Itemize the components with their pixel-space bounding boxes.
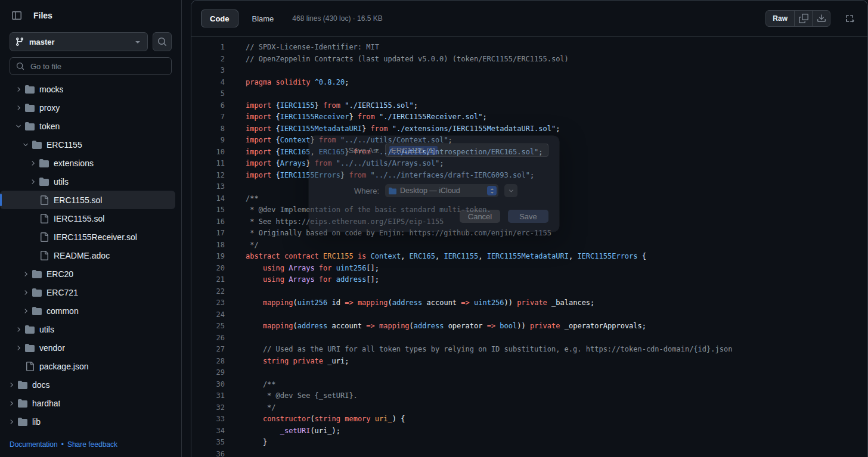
dialog-buttons: Cancel Save [460, 210, 548, 223]
tree-file-package-json[interactable]: package.json [0, 357, 175, 375]
tree-file-erc1155-sol[interactable]: ERC1155.sol [0, 191, 175, 209]
code-line: 34 _setURI(uri_); [191, 425, 867, 437]
line-number[interactable]: 15 [191, 204, 225, 216]
tree-item-label: hardhat [32, 399, 60, 408]
tree-folder-vendor[interactable]: vendor [0, 338, 175, 357]
line-number[interactable]: 10 [191, 147, 225, 158]
tree-folder-token[interactable]: token [0, 117, 175, 135]
chevron-right-icon [13, 85, 24, 94]
tree-item-label: docs [32, 380, 50, 390]
line-number[interactable]: 31 [191, 390, 225, 402]
tree-file-ierc1155-sol[interactable]: IERC1155.sol [0, 209, 175, 228]
folder-icon [18, 380, 27, 390]
line-number[interactable]: 17 [191, 228, 225, 240]
line-content: import {IERC1155MetadataURI} from "./ext… [225, 123, 560, 135]
search-button[interactable] [153, 32, 172, 51]
line-number[interactable]: 9 [191, 135, 225, 147]
line-number[interactable]: 5 [191, 88, 225, 100]
where-popup[interactable]: Desktop — iCloud [385, 184, 498, 197]
line-number[interactable]: 20 [191, 263, 225, 275]
tree-folder-erc20[interactable]: ERC20 [0, 265, 175, 283]
disclosure-button[interactable] [504, 184, 517, 197]
tree-folder-erc721[interactable]: ERC721 [0, 283, 175, 301]
line-number[interactable]: 8 [191, 123, 225, 135]
line-number[interactable]: 23 [191, 297, 225, 309]
tree-folder-proxy[interactable]: proxy [0, 98, 175, 117]
tree-item-label: ERC721 [46, 288, 78, 297]
tree-file-readme-adoc[interactable]: README.adoc [0, 246, 175, 265]
chevron-right-icon [27, 177, 38, 186]
line-number[interactable]: 11 [191, 158, 225, 170]
line-number[interactable]: 22 [191, 286, 225, 298]
code-line: 32 */ [191, 402, 867, 414]
code-line: 28 string private _uri; [191, 356, 867, 368]
line-number[interactable]: 32 [191, 402, 225, 414]
tab-blame[interactable]: Blame [243, 10, 283, 27]
line-number[interactable]: 7 [191, 111, 225, 123]
cancel-button[interactable]: Cancel [460, 210, 500, 223]
line-number[interactable]: 33 [191, 414, 225, 425]
share-feedback-link[interactable]: Share feedback [67, 440, 117, 449]
line-number[interactable]: 24 [191, 309, 225, 321]
code-line: 1// SPDX-License-Identifier: MIT [191, 42, 867, 54]
download-button[interactable] [812, 11, 830, 26]
line-number[interactable]: 16 [191, 216, 225, 228]
line-number[interactable]: 26 [191, 332, 225, 344]
tree-folder-utils[interactable]: utils [0, 320, 175, 338]
line-number[interactable]: 14 [191, 193, 225, 205]
line-number[interactable]: 4 [191, 77, 225, 89]
tree-folder-erc1155[interactable]: ERC1155 [0, 135, 175, 154]
go-to-file-input[interactable] [29, 61, 165, 71]
line-number[interactable]: 18 [191, 240, 225, 251]
git-branch-icon [15, 37, 24, 46]
file-icon [39, 232, 49, 242]
tree-folder-hardhat[interactable]: hardhat [0, 394, 175, 412]
file-icon [39, 195, 49, 205]
line-number[interactable]: 19 [191, 251, 225, 263]
line-number[interactable]: 34 [191, 425, 225, 437]
code-line: 22 [191, 286, 867, 298]
line-number[interactable]: 29 [191, 367, 225, 379]
tree-folder-extensions[interactable]: extensions [0, 154, 175, 172]
code-lines: 1// SPDX-License-Identifier: MIT2// Open… [191, 37, 867, 457]
tree-folder-common[interactable]: common [0, 301, 175, 320]
download-icon [817, 14, 826, 23]
line-number[interactable]: 30 [191, 379, 225, 391]
branch-selector[interactable]: master [10, 32, 148, 51]
line-content: import {IERC1155} from "./IERC1155.sol"; [225, 100, 418, 112]
line-number[interactable]: 36 [191, 449, 225, 457]
copy-button[interactable] [794, 11, 812, 26]
tree-item-label: token [39, 122, 60, 131]
save-button[interactable]: Save [508, 210, 548, 223]
line-content: // SPDX-License-Identifier: MIT [225, 42, 379, 54]
line-number[interactable]: 21 [191, 274, 225, 286]
tree-folder-mocks[interactable]: mocks [0, 80, 175, 98]
line-content: * @dev See {_setURI}. [225, 390, 358, 402]
tree-file-ierc1155receiver-sol[interactable]: IERC1155Receiver.sol [0, 228, 175, 246]
tab-code[interactable]: Code [201, 10, 238, 27]
line-number[interactable]: 25 [191, 321, 225, 332]
documentation-link[interactable]: Documentation [10, 440, 58, 449]
tree-folder-docs[interactable]: docs [0, 375, 175, 394]
line-number[interactable]: 1 [191, 42, 225, 54]
collapse-sidebar-button[interactable] [7, 6, 26, 25]
fullscreen-button[interactable] [841, 10, 858, 27]
line-number[interactable]: 35 [191, 437, 225, 449]
line-number[interactable]: 12 [191, 170, 225, 182]
file-icon [39, 214, 49, 223]
line-number[interactable]: 3 [191, 65, 225, 77]
line-number[interactable]: 6 [191, 100, 225, 112]
chevron-spacer [27, 232, 38, 242]
tree-folder-lib[interactable]: lib [0, 412, 175, 431]
line-content: // OpenZeppelin Contracts (last updated … [225, 54, 569, 66]
code-line: 8import {IERC1155MetadataURI} from "./ex… [191, 123, 867, 135]
line-number[interactable]: 27 [191, 344, 225, 356]
code-line: 26 [191, 332, 867, 344]
line-number[interactable]: 28 [191, 356, 225, 368]
raw-button[interactable]: Raw [766, 11, 794, 26]
tree-item-label: ERC20 [46, 269, 73, 279]
filename-field[interactable]: ERC1155 (1) [385, 144, 548, 157]
tree-folder-utils[interactable]: utils [0, 172, 175, 191]
line-number[interactable]: 2 [191, 54, 225, 66]
line-number[interactable]: 13 [191, 181, 225, 193]
